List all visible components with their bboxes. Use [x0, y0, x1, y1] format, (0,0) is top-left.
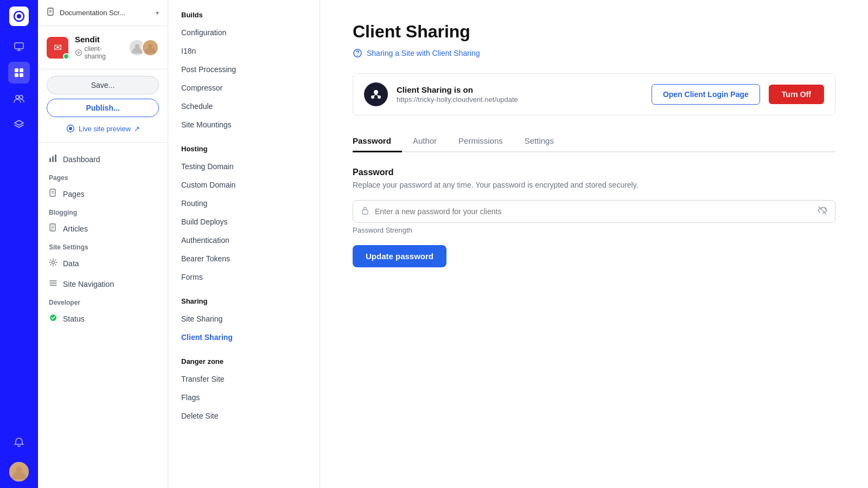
menu-icon [49, 279, 58, 290]
site-slug: client-sharing [75, 45, 122, 60]
middle-item-schedule[interactable]: Schedule [168, 97, 320, 115]
notification-icon[interactable] [8, 432, 30, 453]
hosting-section-label: Hosting [168, 134, 320, 157]
middle-item-authentication[interactable]: Authentication [168, 231, 320, 249]
app-logo[interactable] [9, 7, 29, 26]
sidebar-item-site-navigation[interactable]: Site Navigation [38, 274, 168, 294]
sidebar-item-label: Site Navigation [63, 280, 114, 288]
save-button[interactable]: Save... [47, 76, 159, 94]
bar-chart-icon [49, 154, 58, 165]
svg-rect-21 [49, 158, 51, 162]
svg-point-36 [357, 55, 358, 56]
svg-point-31 [52, 261, 55, 264]
tab-password[interactable]: Password [353, 131, 402, 152]
layers-icon[interactable] [8, 114, 30, 136]
tab-permissions[interactable]: Permissions [448, 131, 514, 152]
middle-item-post-processing[interactable]: Post Processing [168, 60, 320, 79]
open-client-login-button[interactable]: Open Client Login Page [652, 84, 760, 105]
danger-zone-label: Danger zone [168, 346, 320, 370]
sidebar-nav: Dashboard Pages Pages Blogging [38, 143, 168, 488]
online-indicator [63, 53, 69, 60]
page-title: Client Sharing [353, 22, 835, 42]
password-input-wrapper [353, 200, 835, 223]
developer-section-label: Developer [38, 294, 168, 309]
help-link[interactable]: Sharing a Site with Client Sharing [353, 48, 835, 58]
tab-settings[interactable]: Settings [514, 131, 565, 152]
sidebar-item-label: Pages [63, 190, 85, 198]
middle-panel: Builds Configuration I18n Post Processin… [168, 0, 320, 488]
pages-icon [49, 189, 58, 200]
sidebar-item-articles[interactable]: Articles [38, 219, 168, 239]
sidebar-item-label: Articles [63, 224, 88, 233]
svg-line-41 [376, 94, 379, 97]
status-title: Client Sharing is on [397, 85, 643, 94]
sidebar-item-data[interactable]: Data [38, 253, 168, 274]
svg-point-1 [17, 14, 21, 18]
lock-icon [361, 206, 369, 217]
articles-icon [49, 223, 58, 234]
update-password-button[interactable]: Update password [353, 245, 446, 267]
svg-rect-4 [20, 68, 23, 72]
users-icon[interactable] [8, 88, 30, 110]
middle-item-transfer-site[interactable]: Transfer Site [168, 370, 320, 388]
middle-item-configuration[interactable]: Configuration [168, 23, 320, 42]
site-info: ✉ Sendit client-sharing [38, 26, 168, 69]
svg-rect-2 [15, 43, 23, 49]
middle-item-client-sharing[interactable]: Client Sharing [168, 328, 320, 346]
live-preview-link[interactable]: Live site preview ↗ [47, 121, 159, 136]
middle-item-flags[interactable]: Flags [168, 388, 320, 407]
middle-item-compressor[interactable]: Compressor [168, 79, 320, 97]
avatar-user [142, 39, 159, 56]
site-icon: ✉ [47, 37, 68, 59]
password-section-title: Password [353, 168, 835, 177]
middle-item-site-sharing[interactable]: Site Sharing [168, 310, 320, 328]
middle-item-routing[interactable]: Routing [168, 194, 320, 213]
client-sharing-banner: Client Sharing is on https://tricky-holl… [353, 73, 835, 115]
doc-icon [47, 8, 55, 18]
main-content: Client Sharing Sharing a Site with Clien… [320, 0, 868, 488]
sidebar-item-status[interactable]: Status [38, 309, 168, 329]
sidebar-item-pages[interactable]: Pages [38, 184, 168, 204]
left-sidebar: Documentation Scr... ▾ ✉ Sendit client-s… [38, 0, 168, 488]
doc-title: Documentation Scr... [60, 9, 151, 17]
svg-rect-3 [15, 68, 18, 72]
sidebar-actions: Save... Publish... Live site preview ↗ [38, 69, 168, 143]
svg-rect-42 [362, 210, 368, 214]
publish-button[interactable]: Publish... [47, 99, 159, 117]
svg-rect-22 [52, 156, 54, 162]
tabs: Password Author Permissions Settings [353, 131, 835, 152]
middle-item-bearer-tokens[interactable]: Bearer Tokens [168, 249, 320, 268]
middle-item-forms[interactable]: Forms [168, 268, 320, 286]
password-strength-label: Password Strength [353, 226, 835, 234]
monitor-icon[interactable] [8, 36, 30, 57]
sidebar-item-label: Data [63, 259, 79, 268]
status-text: Client Sharing is on https://tricky-holl… [397, 85, 643, 104]
svg-point-37 [374, 90, 378, 94]
status-url: https://tricky-holly.cloudvent.net/updat… [397, 95, 643, 104]
doc-selector[interactable]: Documentation Scr... ▾ [38, 0, 168, 26]
site-name: Sendit [75, 35, 122, 44]
client-sharing-icon [364, 82, 388, 106]
middle-item-site-mountings[interactable]: Site Mountings [168, 115, 320, 134]
sidebar-item-label: Status [63, 314, 85, 323]
svg-point-8 [20, 95, 23, 99]
middle-item-i18n[interactable]: I18n [168, 42, 320, 60]
user-avatar[interactable] [9, 462, 29, 481]
middle-item-testing-domain[interactable]: Testing Domain [168, 157, 320, 176]
middle-item-build-deploys[interactable]: Build Deploys [168, 213, 320, 231]
svg-rect-6 [20, 73, 23, 77]
sharing-section-label: Sharing [168, 286, 320, 310]
svg-point-7 [16, 95, 19, 99]
middle-item-delete-site[interactable]: Delete Site [168, 407, 320, 425]
eye-off-icon[interactable] [818, 206, 827, 217]
svg-line-40 [373, 94, 376, 97]
sidebar-item-dashboard[interactable]: Dashboard [38, 149, 168, 170]
grid-icon[interactable] [8, 62, 30, 84]
password-input[interactable] [375, 201, 818, 222]
middle-item-custom-domain[interactable]: Custom Domain [168, 176, 320, 194]
chevron-down-icon: ▾ [156, 9, 159, 17]
tab-author[interactable]: Author [402, 131, 448, 152]
turn-off-button[interactable]: Turn Off [769, 85, 824, 104]
blogging-section-label: Blogging [38, 204, 168, 219]
gear-icon [49, 258, 58, 269]
